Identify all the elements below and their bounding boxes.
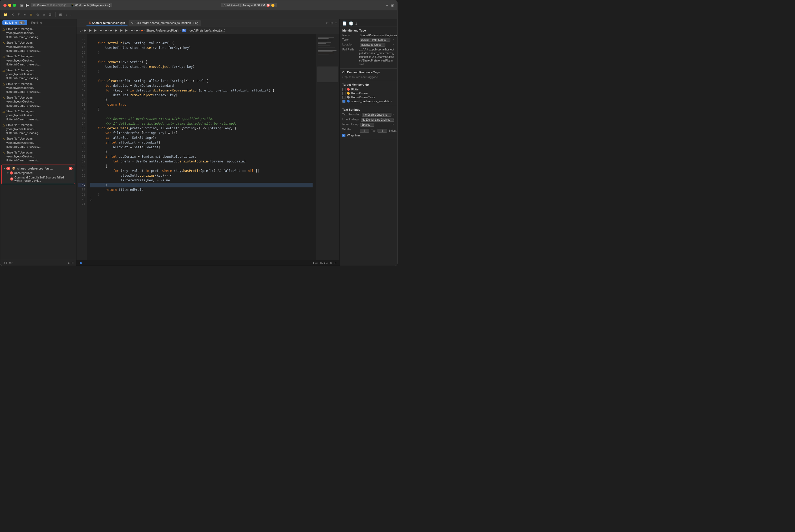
breadcrumb-item[interactable]: ▶: [115, 28, 117, 32]
tab-build-log[interactable]: ⚙ Build target shared_preferences_founda…: [129, 20, 201, 26]
error-dot-small-icon: ✕: [10, 177, 14, 180]
breadcrumb-item[interactable]: ▶: [141, 28, 143, 32]
on-demand-title: On Demand Resource Tags: [342, 71, 395, 74]
build-error-title[interactable]: ▾ ✕ 📦 shared_preferences_foun... ✕: [3, 166, 74, 171]
breadcrumb-item[interactable]: ▶: [84, 28, 86, 32]
list-item[interactable]: ⚠ Stale file '/Users/gim-yeonghyeon/Desk…: [0, 26, 76, 40]
wrap-lines-label: Wrap lines: [347, 134, 361, 137]
target-shared-checkbox[interactable]: ✓: [342, 100, 345, 103]
breadcrumb-item[interactable]: ▶: [126, 28, 128, 32]
wrap-lines-checkbox[interactable]: ✓: [342, 134, 345, 137]
indent-fields: Tab Indent: [360, 129, 396, 133]
widths-row: Widths Tab Indent: [342, 128, 395, 133]
back-tab-button[interactable]: ‹: [79, 21, 81, 25]
warning-icon[interactable]: ⚠: [29, 12, 34, 17]
list-item[interactable]: ⚠ Stale file '/Users/gim-yeonghyeon/Desk…: [0, 136, 76, 150]
list-item[interactable]: ⚠ Stale file '/Users/gim-yeonghyeon/Desk…: [0, 109, 76, 122]
code-line: }: [90, 107, 313, 112]
error-close-icon[interactable]: ✕: [69, 167, 73, 170]
buildtime-count: 44: [19, 21, 25, 24]
tab-runtime[interactable]: Runtime: [29, 20, 44, 25]
list-item[interactable]: ⚠ Stale file '/Users/gim-yeonghyeon/Desk…: [0, 81, 76, 95]
code-line: for (key, _) in defaults.dictionaryRepre…: [90, 88, 313, 93]
hierarchy-icon[interactable]: ⎘: [17, 12, 21, 17]
list-item[interactable]: ⚠ Stale file '/Users/gim-yeonghyeon/Desk…: [0, 54, 76, 67]
forward-nav-icon[interactable]: ›: [70, 12, 73, 17]
command-item[interactable]: ✕ Command CompileSwiftSources failed wit…: [3, 175, 74, 183]
target-shared-preferences[interactable]: ✓ shared_preferences_foundation: [342, 100, 395, 103]
uncategorized-item[interactable]: ▾ ✕ Uncategorized: [3, 171, 74, 175]
tab-buildtime[interactable]: Buildtime 44: [2, 20, 27, 25]
layout-icon[interactable]: ⊞: [335, 21, 337, 25]
filter-options-icon[interactable]: ⊕: [68, 261, 71, 265]
location-row: Location Relative to Group: [342, 43, 395, 47]
close-icon[interactable]: ✕: [10, 12, 15, 17]
code-editor: 36 37 38 39 40 41 42 43 44 45 46 47 48 4…: [76, 34, 339, 260]
breadcrumb-item[interactable]: ▶: [105, 28, 107, 32]
grid-icon[interactable]: ⊞: [58, 12, 63, 17]
breadcrumb-shared-preferences[interactable]: SharedPreferencesPlugin: [146, 29, 179, 32]
target-flutter-checkbox[interactable]: [342, 88, 345, 91]
titlebar: ▣ ▶ ⚙ Runner feature/editpage › 📱 iPod t…: [0, 0, 397, 10]
filter-sort-icon[interactable]: ⊞: [72, 261, 74, 265]
list-item[interactable]: ⚠ Stale file '/Users/gim-yeonghyeon/Desk…: [0, 122, 76, 136]
type-select[interactable]: Default - Swift Source: [360, 38, 391, 42]
list-item[interactable]: ⚠ Stale file '/Users/gim-yeonghyeon/Desk…: [0, 40, 76, 54]
inspector-toggle-icon[interactable]: ▣: [391, 3, 394, 7]
close-button[interactable]: [3, 4, 6, 7]
breadcrumb-item[interactable]: ...: [79, 29, 81, 32]
refresh-icon[interactable]: ⟳: [326, 21, 329, 25]
breadcrumb-m[interactable]: M: [182, 29, 186, 32]
indent-width-input[interactable]: [378, 129, 387, 133]
filter-input[interactable]: [6, 261, 67, 264]
bookmark-icon[interactable]: ⊠: [48, 12, 53, 17]
full-path-row: Full Path ../../../../../../pub-cache/ho…: [342, 48, 395, 66]
code-icon[interactable]: ⊙: [35, 12, 40, 17]
file-icon[interactable]: 📄: [342, 21, 347, 25]
info-icon[interactable]: ℹ: [356, 21, 357, 25]
breadcrumb-item[interactable]: ▶: [100, 28, 102, 32]
scheme-selector[interactable]: ⚙ Runner feature/editpage › 📱 iPod touch…: [31, 3, 112, 7]
code-content[interactable]: func setValue(key: String, value: Any) {…: [87, 34, 316, 260]
target-pods-runner-checkbox[interactable]: [342, 92, 345, 95]
target-pods-runner[interactable]: Pods-Runner: [342, 92, 395, 95]
clock-icon[interactable]: 🕐: [349, 21, 353, 25]
target-pods-runner-dot: [347, 92, 349, 95]
list-icon[interactable]: ≡: [23, 12, 27, 17]
folder-icon[interactable]: 📁: [2, 12, 9, 17]
location-select[interactable]: Relative to Group: [360, 43, 385, 47]
text-encoding-select[interactable]: No Explicit Encoding: [362, 113, 392, 117]
maximize-button[interactable]: [13, 4, 16, 7]
breadcrumb-item[interactable]: ▶: [136, 28, 138, 32]
list-item[interactable]: ⚠ Stale file '/Users/gim-yeonghyeon/Desk…: [0, 95, 76, 109]
tab-shared-preferences[interactable]: S SharedPreferencesPlugin: [87, 20, 128, 26]
on-demand-desc: Only resources are taggable: [342, 75, 395, 79]
back-nav-icon[interactable]: ‹: [65, 12, 68, 17]
breadcrumb-item[interactable]: ▶: [110, 28, 112, 32]
minimize-button[interactable]: [8, 4, 11, 7]
breadcrumb-item[interactable]: ▶: [120, 28, 122, 32]
tab-width-input[interactable]: [360, 129, 369, 133]
svg-rect-1: [318, 37, 334, 38]
list-item[interactable]: ⚠ Stale file '/Users/gim-yeonghyeon/Desk…: [0, 68, 76, 81]
list-item[interactable]: ⚠ Stale file '/Users/gim-yeonghyeon/Desk…: [0, 150, 76, 164]
breadcrumb-item[interactable]: ▶: [94, 28, 96, 32]
forward-tab-button[interactable]: ›: [82, 21, 84, 25]
target-pods-runner-tests-checkbox[interactable]: [342, 96, 345, 99]
line-endings-select[interactable]: No Explicit Line Endings: [361, 118, 394, 122]
code-line: return true: [90, 102, 313, 107]
breadcrumb-item[interactable]: ▶: [89, 28, 92, 32]
sidebar-toggle-icon[interactable]: ▣: [20, 3, 24, 7]
add-tab-button[interactable]: +: [386, 3, 388, 7]
target-pods-runner-tests[interactable]: Pods-RunnerTests: [342, 96, 395, 99]
branch-icon[interactable]: ⎈: [42, 12, 46, 17]
breadcrumb: ... › ▶ › ▶ › ▶ › ▶ › ▶ › ▶ › ▶ › ▶ › ▶ …: [76, 27, 339, 34]
split-icon[interactable]: ⊟: [330, 21, 333, 25]
run-button[interactable]: ▶: [26, 3, 29, 7]
target-name: iPod touch (7th generation): [75, 4, 110, 7]
breadcrumb-method[interactable]: getAllPrefs(prefix:allowList:): [190, 29, 225, 32]
target-flutter[interactable]: Flutter: [342, 88, 395, 91]
indent-using-select[interactable]: Spaces: [360, 123, 374, 127]
target-membership-title: Target Membership: [342, 83, 395, 86]
breadcrumb-item[interactable]: ▶: [131, 28, 133, 32]
